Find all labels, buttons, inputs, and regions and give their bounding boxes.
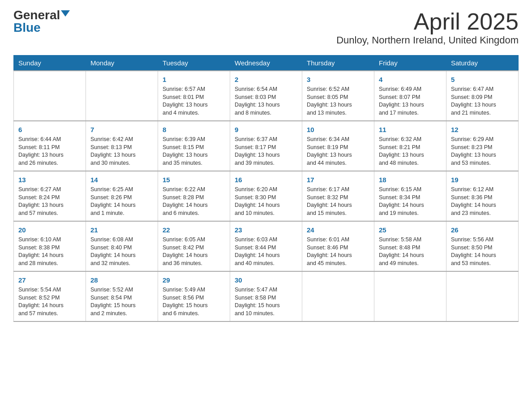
calendar-cell: 29Sunrise: 5:49 AM Sunset: 8:56 PM Dayli… — [158, 271, 230, 321]
calendar-cell — [374, 271, 446, 321]
day-number: 28 — [90, 275, 153, 285]
day-number: 11 — [379, 125, 442, 134]
calendar-header-friday: Friday — [374, 56, 446, 71]
day-info: Sunrise: 5:47 AM Sunset: 8:58 PM Dayligh… — [235, 286, 297, 317]
calendar-header-thursday: Thursday — [302, 56, 374, 71]
day-number: 7 — [90, 125, 153, 134]
day-info: Sunrise: 6:05 AM Sunset: 8:42 PM Dayligh… — [163, 236, 225, 267]
day-number: 21 — [90, 225, 153, 235]
calendar-week-row: 1Sunrise: 6:57 AM Sunset: 8:01 PM Daylig… — [14, 71, 519, 121]
calendar-cell: 20Sunrise: 6:10 AM Sunset: 8:38 PM Dayli… — [14, 221, 86, 271]
calendar-cell — [302, 271, 374, 321]
day-number: 6 — [18, 125, 81, 134]
day-number: 9 — [235, 125, 297, 134]
calendar-cell: 26Sunrise: 5:56 AM Sunset: 8:50 PM Dayli… — [446, 221, 519, 271]
day-number: 23 — [235, 225, 297, 235]
calendar-cell: 11Sunrise: 6:32 AM Sunset: 8:21 PM Dayli… — [374, 121, 446, 171]
day-number: 15 — [163, 175, 225, 184]
calendar-cell — [14, 71, 86, 121]
day-number: 2 — [235, 75, 297, 84]
day-info: Sunrise: 5:54 AM Sunset: 8:52 PM Dayligh… — [18, 286, 81, 317]
day-number: 4 — [379, 75, 442, 84]
day-number: 8 — [163, 125, 225, 134]
day-info: Sunrise: 6:49 AM Sunset: 8:07 PM Dayligh… — [379, 86, 442, 117]
calendar-header-wednesday: Wednesday — [230, 56, 302, 71]
day-info: Sunrise: 6:01 AM Sunset: 8:46 PM Dayligh… — [307, 236, 369, 267]
calendar-cell: 22Sunrise: 6:05 AM Sunset: 8:42 PM Dayli… — [158, 221, 230, 271]
logo: General Blue — [13, 9, 70, 34]
calendar-cell: 14Sunrise: 6:25 AM Sunset: 8:26 PM Dayli… — [86, 171, 158, 221]
day-info: Sunrise: 6:57 AM Sunset: 8:01 PM Dayligh… — [163, 86, 225, 117]
calendar-cell: 18Sunrise: 6:15 AM Sunset: 8:34 PM Dayli… — [374, 171, 446, 221]
day-number: 27 — [18, 275, 81, 285]
page-header: General Blue April 2025 Dunloy, Northern… — [13, 9, 519, 46]
day-info: Sunrise: 6:25 AM Sunset: 8:26 PM Dayligh… — [90, 186, 153, 217]
day-info: Sunrise: 5:52 AM Sunset: 8:54 PM Dayligh… — [90, 286, 153, 317]
logo-triangle-icon — [61, 10, 70, 17]
calendar-cell — [86, 71, 158, 121]
calendar-cell: 8Sunrise: 6:39 AM Sunset: 8:15 PM Daylig… — [158, 121, 230, 171]
calendar-cell: 12Sunrise: 6:29 AM Sunset: 8:23 PM Dayli… — [446, 121, 519, 171]
day-number: 14 — [90, 175, 153, 184]
calendar-header-tuesday: Tuesday — [158, 56, 230, 71]
calendar-cell: 24Sunrise: 6:01 AM Sunset: 8:46 PM Dayli… — [302, 221, 374, 271]
day-info: Sunrise: 5:58 AM Sunset: 8:48 PM Dayligh… — [379, 236, 442, 267]
calendar-cell — [446, 271, 519, 321]
logo-blue-text: Blue — [13, 21, 41, 34]
day-number: 1 — [163, 75, 225, 84]
day-info: Sunrise: 6:39 AM Sunset: 8:15 PM Dayligh… — [163, 136, 225, 167]
day-info: Sunrise: 6:20 AM Sunset: 8:30 PM Dayligh… — [235, 186, 297, 217]
calendar-header-saturday: Saturday — [446, 56, 519, 71]
day-info: Sunrise: 6:17 AM Sunset: 8:32 PM Dayligh… — [307, 186, 369, 217]
logo-general-text: General — [13, 9, 60, 21]
calendar-cell: 6Sunrise: 6:44 AM Sunset: 8:11 PM Daylig… — [14, 121, 86, 171]
day-info: Sunrise: 6:12 AM Sunset: 8:36 PM Dayligh… — [451, 186, 514, 217]
calendar-cell: 17Sunrise: 6:17 AM Sunset: 8:32 PM Dayli… — [302, 171, 374, 221]
calendar-cell: 15Sunrise: 6:22 AM Sunset: 8:28 PM Dayli… — [158, 171, 230, 221]
day-number: 24 — [307, 225, 369, 235]
calendar-cell: 10Sunrise: 6:34 AM Sunset: 8:19 PM Dayli… — [302, 121, 374, 171]
calendar-cell: 2Sunrise: 6:54 AM Sunset: 8:03 PM Daylig… — [230, 71, 302, 121]
day-number: 5 — [451, 75, 514, 84]
calendar-cell: 4Sunrise: 6:49 AM Sunset: 8:07 PM Daylig… — [374, 71, 446, 121]
calendar-week-row: 6Sunrise: 6:44 AM Sunset: 8:11 PM Daylig… — [14, 121, 519, 171]
day-info: Sunrise: 6:29 AM Sunset: 8:23 PM Dayligh… — [451, 136, 514, 167]
day-number: 3 — [307, 75, 369, 84]
day-number: 13 — [18, 175, 81, 184]
day-number: 10 — [307, 125, 369, 134]
day-number: 26 — [451, 225, 514, 235]
day-number: 18 — [379, 175, 442, 184]
day-number: 12 — [451, 125, 514, 134]
day-info: Sunrise: 6:22 AM Sunset: 8:28 PM Dayligh… — [163, 186, 225, 217]
day-info: Sunrise: 6:52 AM Sunset: 8:05 PM Dayligh… — [307, 86, 369, 117]
location-title: Dunloy, Northern Ireland, United Kingdom — [336, 34, 519, 46]
day-info: Sunrise: 6:10 AM Sunset: 8:38 PM Dayligh… — [18, 236, 81, 267]
calendar-cell: 23Sunrise: 6:03 AM Sunset: 8:44 PM Dayli… — [230, 221, 302, 271]
calendar-week-row: 20Sunrise: 6:10 AM Sunset: 8:38 PM Dayli… — [14, 221, 519, 271]
calendar-cell: 30Sunrise: 5:47 AM Sunset: 8:58 PM Dayli… — [230, 271, 302, 321]
day-info: Sunrise: 6:32 AM Sunset: 8:21 PM Dayligh… — [379, 136, 442, 167]
calendar-header-monday: Monday — [86, 56, 158, 71]
day-info: Sunrise: 6:34 AM Sunset: 8:19 PM Dayligh… — [307, 136, 369, 167]
day-number: 30 — [235, 275, 297, 285]
day-number: 16 — [235, 175, 297, 184]
day-number: 25 — [379, 225, 442, 235]
calendar-cell: 1Sunrise: 6:57 AM Sunset: 8:01 PM Daylig… — [158, 71, 230, 121]
calendar-week-row: 27Sunrise: 5:54 AM Sunset: 8:52 PM Dayli… — [14, 271, 519, 321]
title-section: April 2025 Dunloy, Northern Ireland, Uni… — [336, 9, 519, 46]
calendar-cell: 27Sunrise: 5:54 AM Sunset: 8:52 PM Dayli… — [14, 271, 86, 321]
day-number: 22 — [163, 225, 225, 235]
day-info: Sunrise: 5:49 AM Sunset: 8:56 PM Dayligh… — [163, 286, 225, 317]
calendar-cell: 7Sunrise: 6:42 AM Sunset: 8:13 PM Daylig… — [86, 121, 158, 171]
month-title: April 2025 — [336, 9, 519, 34]
calendar-cell: 28Sunrise: 5:52 AM Sunset: 8:54 PM Dayli… — [86, 271, 158, 321]
day-info: Sunrise: 6:54 AM Sunset: 8:03 PM Dayligh… — [235, 86, 297, 117]
day-info: Sunrise: 6:08 AM Sunset: 8:40 PM Dayligh… — [90, 236, 153, 267]
calendar-header-row: SundayMondayTuesdayWednesdayThursdayFrid… — [14, 56, 519, 71]
calendar-header-sunday: Sunday — [14, 56, 86, 71]
day-number: 29 — [163, 275, 225, 285]
day-info: Sunrise: 6:42 AM Sunset: 8:13 PM Dayligh… — [90, 136, 153, 167]
day-info: Sunrise: 6:44 AM Sunset: 8:11 PM Dayligh… — [18, 136, 81, 167]
calendar-cell: 3Sunrise: 6:52 AM Sunset: 8:05 PM Daylig… — [302, 71, 374, 121]
calendar-cell: 9Sunrise: 6:37 AM Sunset: 8:17 PM Daylig… — [230, 121, 302, 171]
